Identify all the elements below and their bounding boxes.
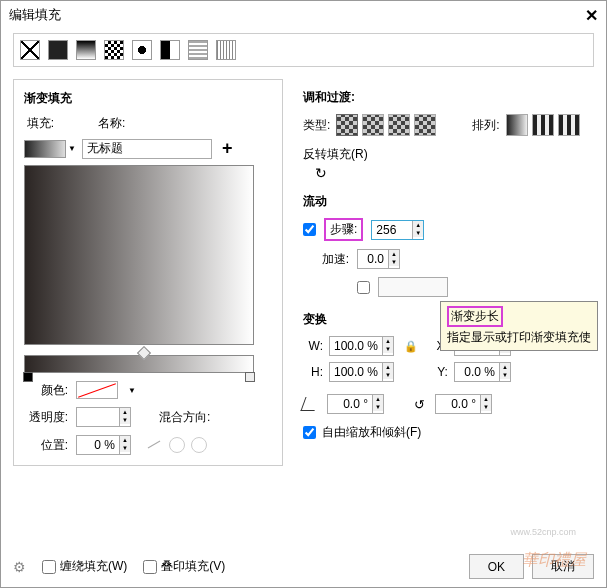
y-input[interactable] — [455, 363, 499, 381]
color-label: 颜色: — [24, 382, 68, 399]
pattern2-fill-icon[interactable] — [132, 40, 152, 60]
rotate-input[interactable] — [436, 395, 480, 413]
rotate-icon: ↺ — [414, 397, 425, 412]
blend-ccw-icon[interactable] — [191, 437, 207, 453]
gear-icon[interactable]: ⚙ — [13, 559, 26, 575]
lock-icon[interactable]: 🔒 — [404, 340, 418, 353]
reverse-label: 反转填充(R) — [303, 147, 368, 161]
color-stop-start[interactable] — [23, 372, 33, 382]
cancel-button[interactable]: 取消 — [532, 554, 594, 579]
arrange-repeat-icon[interactable] — [532, 114, 554, 136]
freescale-label: 自由缩放和倾斜(F) — [322, 424, 421, 441]
dialog-title: 编辑填充 — [9, 6, 61, 24]
edit-fill-dialog: 编辑填充 ✕ 渐变填充 填充: 名称: ▼ + — [0, 0, 607, 588]
spin-up-icon[interactable]: ▲ — [389, 250, 399, 258]
overprint-option[interactable]: 叠印填充(V) — [143, 558, 225, 575]
postscript-fill-icon[interactable] — [216, 40, 236, 60]
twocolor-fill-icon[interactable] — [160, 40, 180, 60]
position-label: 位置: — [24, 437, 68, 454]
skew-spinner[interactable]: ▲▼ — [327, 394, 384, 414]
spin-up-icon[interactable]: ▲ — [120, 408, 130, 416]
pattern-fill-icon[interactable] — [104, 40, 124, 60]
arrange-default-icon[interactable] — [506, 114, 528, 136]
spin-up-icon[interactable]: ▲ — [413, 221, 423, 229]
solid-fill-icon[interactable] — [48, 40, 68, 60]
spin-down-icon[interactable]: ▼ — [120, 416, 130, 424]
reverse-icon[interactable]: ↻ — [315, 165, 327, 181]
opacity-input[interactable] — [77, 408, 119, 426]
position-spinner[interactable]: ▲▼ — [76, 435, 131, 455]
type-linear-icon[interactable] — [336, 114, 358, 136]
type-conical-icon[interactable] — [388, 114, 410, 136]
steps-spinner[interactable]: ▲▼ — [371, 220, 424, 240]
skew-icon — [300, 397, 319, 411]
steps-checkbox[interactable] — [303, 223, 316, 236]
flow-heading: 流动 — [303, 193, 584, 210]
arrange-swatches — [506, 114, 580, 136]
accel-label: 加速: — [303, 251, 349, 268]
rotate-spinner[interactable]: ▲▼ — [435, 394, 492, 414]
blend-heading: 调和过渡: — [303, 89, 584, 106]
gradient-slider[interactable] — [24, 355, 254, 373]
type-swatches — [336, 114, 436, 136]
footer: ⚙ 缠绕填充(W) 叠印填充(V) OK 取消 — [13, 554, 594, 579]
name-input[interactable] — [82, 139, 212, 159]
titlebar: 编辑填充 ✕ — [1, 1, 606, 29]
no-fill-icon[interactable] — [20, 40, 40, 60]
spin-up-icon[interactable]: ▲ — [120, 436, 130, 444]
main-content: 渐变填充 填充: 名称: ▼ + 颜色: — [1, 71, 606, 474]
steps-input[interactable] — [372, 221, 412, 239]
freescale-checkbox[interactable] — [303, 426, 316, 439]
w-input[interactable] — [330, 337, 382, 355]
wrap-checkbox[interactable] — [42, 560, 56, 574]
spin-down-icon[interactable]: ▼ — [389, 258, 399, 266]
chevron-down-icon[interactable]: ▼ — [128, 386, 136, 395]
fill-swatch-dropdown[interactable]: ▼ — [24, 140, 76, 158]
settings-panel: 调和过渡: 类型: 排列: 反转填充(R) ↻ — [293, 79, 594, 466]
h-spinner[interactable]: ▲▼ — [329, 362, 394, 382]
y-spinner[interactable]: ▲▼ — [454, 362, 511, 382]
fill-label: 填充: — [24, 115, 54, 132]
overprint-checkbox[interactable] — [143, 560, 157, 574]
blend-linear-icon[interactable] — [147, 437, 163, 453]
color-picker[interactable] — [76, 381, 118, 399]
smooth-placeholder — [378, 277, 448, 297]
w-label: W: — [303, 339, 323, 353]
chevron-down-icon: ▼ — [68, 144, 76, 153]
blend-cw-icon[interactable] — [169, 437, 185, 453]
midpoint-handle[interactable] — [137, 346, 151, 360]
gradient-preview[interactable] — [24, 165, 254, 345]
smooth-checkbox[interactable] — [357, 281, 370, 294]
overprint-label: 叠印填充(V) — [161, 558, 225, 575]
gradient-panel: 渐变填充 填充: 名称: ▼ + 颜色: — [13, 79, 283, 466]
tooltip-body: 指定显示或打印渐变填充使 — [447, 330, 591, 344]
type-square-icon[interactable] — [414, 114, 436, 136]
wrap-fill-option[interactable]: 缠绕填充(W) — [42, 558, 127, 575]
h-input[interactable] — [330, 363, 382, 381]
accel-input[interactable] — [358, 250, 388, 268]
add-preset-icon[interactable]: + — [222, 138, 233, 159]
y-label: Y: — [428, 365, 448, 379]
close-icon[interactable]: ✕ — [585, 6, 598, 25]
opacity-label: 透明度: — [24, 409, 68, 426]
tooltip: 渐变步长 指定显示或打印渐变填充使 — [440, 301, 598, 351]
skew-input[interactable] — [328, 395, 372, 413]
type-radial-icon[interactable] — [362, 114, 384, 136]
fill-swatch — [24, 140, 66, 158]
opacity-spinner[interactable]: ▲▼ — [76, 407, 131, 427]
ok-button[interactable]: OK — [469, 554, 524, 579]
blend-direction-buttons — [147, 437, 207, 453]
w-spinner[interactable]: ▲▼ — [329, 336, 394, 356]
color-stop-end[interactable] — [245, 372, 255, 382]
type-label: 类型: — [303, 117, 330, 134]
arrange-mirror-icon[interactable] — [558, 114, 580, 136]
gradient-fill-icon[interactable] — [76, 40, 96, 60]
position-input[interactable] — [77, 436, 119, 454]
gradient-heading: 渐变填充 — [24, 90, 272, 107]
texture-fill-icon[interactable] — [188, 40, 208, 60]
spin-down-icon[interactable]: ▼ — [413, 229, 423, 237]
name-label: 名称: — [98, 115, 125, 132]
accel-spinner[interactable]: ▲▼ — [357, 249, 400, 269]
fill-type-toolbar — [13, 33, 594, 67]
spin-down-icon[interactable]: ▼ — [120, 444, 130, 452]
